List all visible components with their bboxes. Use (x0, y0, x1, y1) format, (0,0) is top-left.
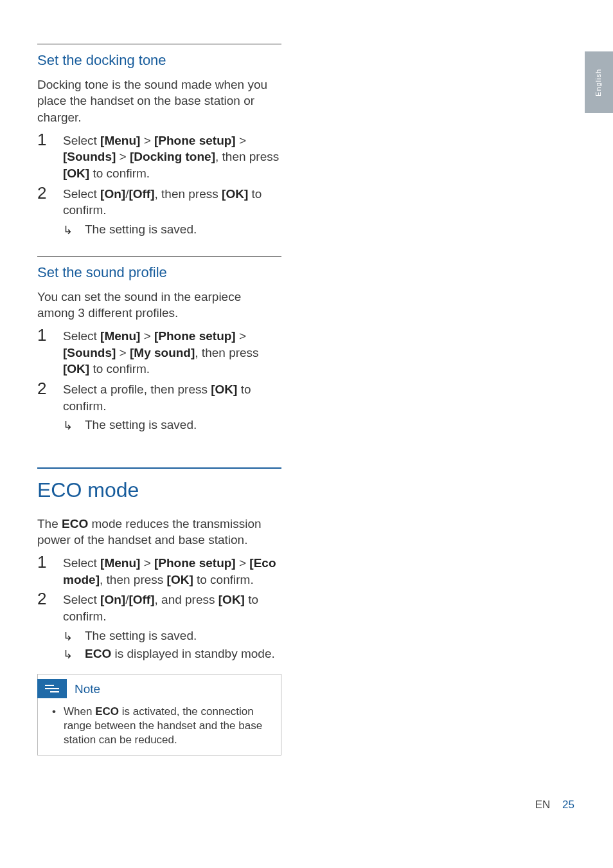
divider (37, 256, 281, 257)
step-1: 1 Select [Menu] > [Phone setup] > [Sound… (37, 131, 281, 182)
page-column: Set the docking tone Docking tone is the… (37, 44, 281, 755)
intro-docking-tone: Docking tone is the sound made when you … (37, 77, 281, 126)
note-label: Note (75, 681, 100, 698)
step-1: 1 Select [Menu] > [Phone setup] > [Sound… (37, 327, 281, 377)
language-tab: English (585, 51, 613, 113)
result-arrow-icon: ↳ (63, 646, 85, 662)
divider (37, 44, 281, 44)
note-text: When ECO is activated, the connection ra… (64, 705, 272, 747)
result-text: The setting is saved. (85, 417, 281, 433)
step-body: Select [Menu] > [Phone setup] > [Sounds]… (63, 327, 281, 377)
step-body: Select [Menu] > [Phone setup] > [Eco mod… (63, 554, 281, 588)
bullet-icon: • (52, 705, 64, 747)
result-row: ↳ The setting is saved. (63, 417, 281, 433)
result-row: ↳ The setting is saved. (63, 221, 281, 238)
step-body: Select [On]/[Off], then press [OK] to co… (63, 185, 281, 219)
svg-rect-1 (45, 688, 59, 689)
svg-rect-2 (50, 691, 59, 692)
step-number: 2 (37, 590, 63, 624)
note-icon (37, 679, 67, 698)
note-box: Note • When ECO is activated, the connec… (37, 674, 281, 755)
step-body: Select [Menu] > [Phone setup] > [Sounds]… (63, 131, 281, 182)
step-body: Select a profile, then press [OK] to con… (63, 380, 281, 414)
note-header: Note (38, 674, 281, 703)
footer-lang: EN (535, 799, 551, 811)
step-2: 2 Select a profile, then press [OK] to c… (37, 380, 281, 414)
intro-eco: The ECO mode reduces the transmission po… (37, 516, 281, 548)
step-number: 2 (37, 380, 63, 414)
language-tab-label: English (594, 68, 604, 96)
page-footer: EN 25 (535, 798, 574, 813)
step-number: 1 (37, 327, 63, 377)
result-arrow-icon: ↳ (63, 628, 85, 644)
subheading-sound-profile: Set the sound profile (37, 263, 281, 282)
intro-sound-profile: You can set the sound in the earpiece am… (37, 289, 281, 321)
result-row: ↳ ECO is displayed in standby mode. (63, 646, 281, 662)
step-number: 2 (37, 185, 63, 219)
result-arrow-icon: ↳ (63, 417, 85, 433)
result-text: The setting is saved. (85, 221, 281, 238)
subheading-docking-tone: Set the docking tone (37, 51, 281, 70)
result-arrow-icon: ↳ (63, 221, 85, 238)
step-1: 1 Select [Menu] > [Phone setup] > [Eco m… (37, 554, 281, 588)
step-2: 2 Select [On]/[Off], and press [OK] to c… (37, 590, 281, 624)
divider-major (37, 467, 281, 469)
footer-page-number: 25 (562, 799, 574, 811)
heading-eco-mode: ECO mode (37, 476, 281, 504)
step-number: 1 (37, 554, 63, 588)
result-text: ECO is displayed in standby mode. (85, 646, 281, 662)
result-text: The setting is saved. (85, 628, 281, 644)
step-2: 2 Select [On]/[Off], then press [OK] to … (37, 185, 281, 219)
step-number: 1 (37, 131, 63, 182)
svg-rect-0 (45, 685, 54, 686)
note-body: • When ECO is activated, the connection … (38, 703, 281, 747)
result-row: ↳ The setting is saved. (63, 628, 281, 644)
step-body: Select [On]/[Off], and press [OK] to con… (63, 590, 281, 624)
